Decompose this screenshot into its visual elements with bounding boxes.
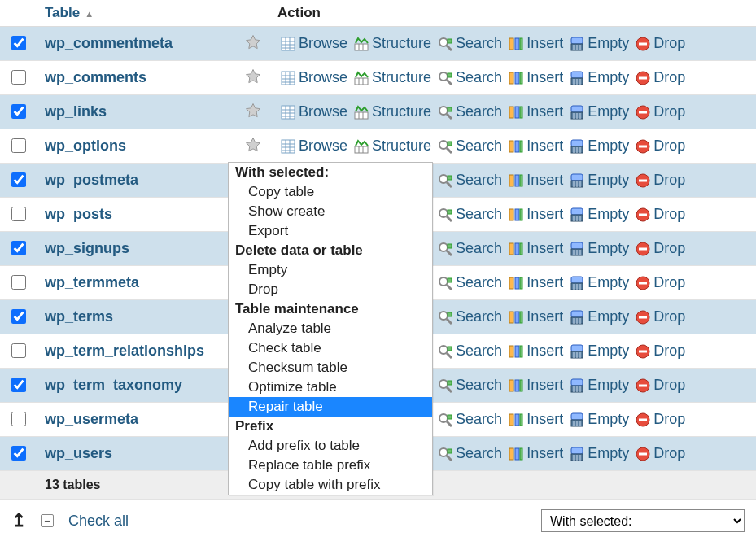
ctx-export[interactable]: Export [229,221,432,241]
action-insert[interactable]: Insert [505,308,566,325]
action-insert[interactable]: Insert [505,138,566,155]
action-empty[interactable]: Empty [566,445,632,462]
action-insert[interactable]: Insert [505,69,566,86]
action-empty[interactable]: Empty [566,377,632,394]
table-name-link[interactable]: wp_posts [45,206,112,222]
action-structure[interactable]: Structure [351,69,435,86]
ctx-empty[interactable]: Empty [229,260,432,280]
action-structure[interactable]: Structure [351,35,435,52]
row-checkbox[interactable] [11,343,26,358]
action-search[interactable]: Search [435,411,505,428]
action-search[interactable]: Search [435,103,505,120]
table-name-link[interactable]: wp_users [45,445,112,461]
action-drop[interactable]: Drop [632,240,688,257]
ctx-replace-prefix[interactable]: Replace table prefix [229,456,432,475]
row-checkbox[interactable] [11,275,26,290]
action-drop[interactable]: Drop [632,69,688,86]
action-search[interactable]: Search [435,69,505,86]
action-empty[interactable]: Empty [566,35,632,52]
action-structure[interactable]: Structure [351,103,435,120]
table-name-link[interactable]: wp_signups [45,240,129,256]
ctx-repair[interactable]: Repair table [229,397,432,417]
action-insert[interactable]: Insert [505,274,566,291]
action-empty[interactable]: Empty [566,274,632,291]
row-checkbox[interactable] [11,36,26,50]
row-checkbox[interactable] [11,378,26,392]
action-insert[interactable]: Insert [505,103,566,120]
table-name-link[interactable]: wp_options [45,138,126,154]
table-name-link[interactable]: wp_term_relationships [45,343,204,359]
action-empty[interactable]: Empty [566,69,632,86]
action-browse[interactable]: Browse [277,69,351,86]
checkall-toggle-icon[interactable]: − [41,514,54,527]
row-checkbox[interactable] [11,309,26,324]
action-empty[interactable]: Empty [566,206,632,223]
row-checkbox[interactable] [11,241,26,255]
action-drop[interactable]: Drop [632,377,688,394]
action-browse[interactable]: Browse [277,35,351,52]
action-insert[interactable]: Insert [505,206,566,223]
action-empty[interactable]: Empty [566,308,632,325]
action-insert[interactable]: Insert [505,172,566,189]
action-drop[interactable]: Drop [632,206,688,223]
table-name-link[interactable]: wp_commentmeta [45,35,173,51]
row-checkbox[interactable] [11,412,26,426]
action-drop[interactable]: Drop [632,35,688,52]
action-drop[interactable]: Drop [632,172,688,189]
action-search[interactable]: Search [435,274,505,291]
action-search[interactable]: Search [435,138,505,155]
row-checkbox[interactable] [11,138,26,153]
table-name-link[interactable]: wp_usermeta [45,411,138,427]
favorite-star-icon[interactable] [245,142,261,155]
table-name-link[interactable]: wp_postmeta [45,172,138,188]
row-checkbox[interactable] [11,207,26,221]
ctx-check[interactable]: Check table [229,338,432,358]
action-empty[interactable]: Empty [566,138,632,155]
favorite-star-icon[interactable] [245,39,261,53]
with-selected-dropdown[interactable]: With selected: [541,509,745,532]
row-checkbox[interactable] [11,172,26,187]
action-search[interactable]: Search [435,445,505,462]
action-insert[interactable]: Insert [505,35,566,52]
action-insert[interactable]: Insert [505,377,566,394]
action-drop[interactable]: Drop [632,103,688,120]
action-empty[interactable]: Empty [566,411,632,428]
action-empty[interactable]: Empty [566,343,632,360]
action-empty[interactable]: Empty [566,240,632,257]
action-search[interactable]: Search [435,206,505,223]
action-empty[interactable]: Empty [566,172,632,189]
action-search[interactable]: Search [435,240,505,257]
action-drop[interactable]: Drop [632,445,688,462]
table-header[interactable]: Table▲ [37,0,269,27]
action-browse[interactable]: Browse [277,138,351,155]
action-search[interactable]: Search [435,172,505,189]
action-insert[interactable]: Insert [505,343,566,360]
row-checkbox[interactable] [11,446,26,461]
table-name-link[interactable]: wp_terms [45,308,113,325]
table-name-link[interactable]: wp_term_taxonomy [45,377,182,393]
action-drop[interactable]: Drop [632,274,688,291]
action-search[interactable]: Search [435,377,505,394]
ctx-show-create[interactable]: Show create [229,202,432,221]
action-search[interactable]: Search [435,343,505,360]
action-search[interactable]: Search [435,308,505,325]
action-empty[interactable]: Empty [566,103,632,120]
ctx-copy-prefix[interactable]: Copy table with prefix [229,475,432,495]
action-drop[interactable]: Drop [632,411,688,428]
action-browse[interactable]: Browse [277,103,351,120]
action-insert[interactable]: Insert [505,240,566,257]
table-name-link[interactable]: wp_termmeta [45,274,139,290]
ctx-analyze[interactable]: Analyze table [229,319,432,338]
ctx-add-prefix[interactable]: Add prefix to table [229,436,432,456]
row-checkbox[interactable] [11,70,26,85]
ctx-drop[interactable]: Drop [229,280,432,299]
favorite-star-icon[interactable] [245,107,261,121]
action-search[interactable]: Search [435,35,505,52]
favorite-star-icon[interactable] [245,73,261,87]
action-insert[interactable]: Insert [505,411,566,428]
action-insert[interactable]: Insert [505,445,566,462]
action-drop[interactable]: Drop [632,308,688,325]
ctx-optimize[interactable]: Optimize table [229,378,432,397]
ctx-copy-table[interactable]: Copy table [229,182,432,202]
check-all-link[interactable]: Check all [68,513,129,530]
